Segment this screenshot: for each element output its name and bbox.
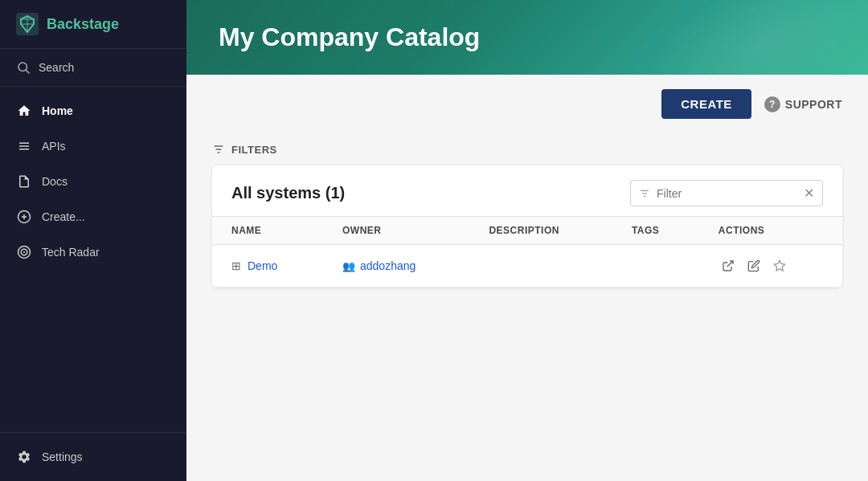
cell-tags [612,245,699,287]
svg-point-1 [18,63,27,71]
backstage-logo-icon [16,13,39,35]
col-description: DESCRIPTION [469,217,612,245]
star-icon [773,259,786,272]
entity-type-icon: ⊞ [231,259,241,272]
col-actions: ACTIONS [699,217,842,245]
systems-table: NAME OWNER DESCRIPTION TAGS ACTIONS ⊞ De… [212,216,842,287]
table-filter-icon [639,188,650,199]
filters-bar[interactable]: FILTERS [212,133,842,165]
sidebar-item-tech-radar-label: Tech Radar [42,246,100,259]
cell-owner: 👥 addozhang [323,245,469,287]
sidebar-item-home-label: Home [42,104,73,117]
search-button[interactable]: Search [0,49,186,87]
sidebar-item-create-label: Create... [42,210,85,223]
edit-icon [747,259,760,272]
tech-radar-icon [16,244,32,260]
sidebar-item-home[interactable]: Home [0,93,186,128]
nav-section: Home APIs Docs Create... [0,87,186,432]
favorite-button[interactable] [770,256,789,275]
table-row: ⊞ Demo 👥 addozhang [212,245,842,287]
col-name: NAME [212,217,323,245]
cell-name: ⊞ Demo [212,245,323,287]
table-head: NAME OWNER DESCRIPTION TAGS ACTIONS [212,217,842,245]
main-content: My Company Catalog CREATE ? SUPPORT FILT… [186,0,868,481]
cell-description [469,245,612,287]
app-name: Backstage [47,16,119,33]
sidebar-item-settings[interactable]: Settings [0,439,186,475]
sidebar-item-docs-label: Docs [42,175,68,188]
col-tags: TAGS [612,217,699,245]
edit-button[interactable] [744,256,764,275]
support-icon: ? [764,96,780,112]
content-area: FILTERS All systems (1) ✕ [186,133,868,481]
page-title: My Company Catalog [219,22,836,52]
docs-icon [16,173,32,190]
sidebar-item-tech-radar[interactable]: Tech Radar [0,234,186,270]
sidebar-item-docs[interactable]: Docs [0,164,186,199]
search-label: Search [39,61,74,74]
table-header-row: NAME OWNER DESCRIPTION TAGS ACTIONS [212,217,842,245]
clear-filter-button[interactable]: ✕ [804,185,814,201]
support-link[interactable]: ? SUPPORT [764,96,842,112]
external-link-icon [722,259,735,272]
systems-table-card: All systems (1) ✕ NAME OWNER [212,165,842,287]
owner-link[interactable]: addozhang [360,259,416,272]
table-filter-input[interactable] [657,187,797,200]
filters-label: FILTERS [231,144,277,156]
sidebar: Backstage Search Home APIs Docs [0,0,186,481]
settings-icon [16,449,32,465]
filter-icon [212,143,225,156]
create-icon [16,209,32,225]
sidebar-item-create[interactable]: Create... [0,199,186,234]
sidebar-item-apis[interactable]: APIs [0,128,186,164]
header-banner: My Company Catalog [186,0,868,75]
sidebar-bottom: Settings [0,432,186,481]
table-filter-input-wrap: ✕ [630,180,823,206]
owner-group-icon: 👥 [342,260,355,272]
table-header: All systems (1) ✕ [212,165,842,216]
home-icon [16,103,32,119]
search-icon [16,60,31,75]
sidebar-item-apis-label: APIs [42,140,66,153]
entity-name-link[interactable]: Demo [248,259,277,272]
svg-marker-16 [774,260,784,271]
apis-icon [16,138,32,154]
svg-point-8 [23,251,25,253]
svg-line-2 [26,70,29,73]
table-title: All systems (1) [231,184,345,202]
support-label: SUPPORT [785,98,842,111]
create-button[interactable]: CREATE [661,89,751,119]
table-body: ⊞ Demo 👥 addozhang [212,245,842,287]
col-owner: OWNER [323,217,469,245]
open-external-button[interactable] [719,256,738,275]
cell-actions [699,245,842,287]
toolbar: CREATE ? SUPPORT [186,75,868,133]
sidebar-item-settings-label: Settings [42,450,83,463]
sidebar-logo: Backstage [0,0,186,49]
svg-line-15 [727,261,733,267]
